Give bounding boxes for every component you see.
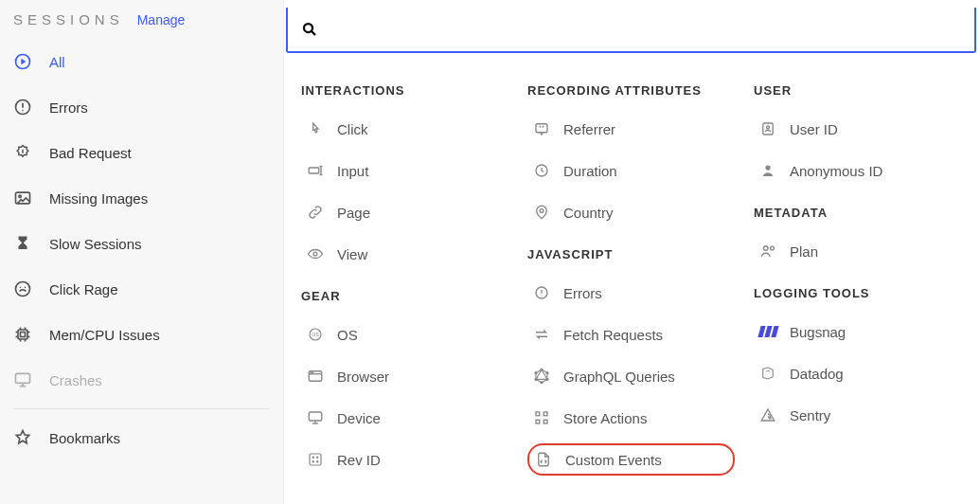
file-code-icon: [535, 451, 552, 468]
search-bar[interactable]: [286, 8, 976, 53]
badge-alert-icon: [13, 143, 32, 162]
sidebar-item-missing-images[interactable]: Missing Images: [0, 175, 283, 221]
sidebar-item-crashes[interactable]: Crashes: [0, 357, 283, 403]
option-datadog[interactable]: Datadog: [754, 357, 961, 389]
svg-point-35: [311, 372, 312, 373]
sidebar-item-label: Crashes: [49, 372, 102, 388]
option-custom-events[interactable]: Custom Events: [527, 443, 735, 476]
svg-point-52: [546, 372, 548, 374]
option-user-id[interactable]: User ID: [754, 113, 961, 145]
svg-point-30: [313, 252, 317, 256]
sentry-icon: [759, 406, 776, 423]
option-label: Referrer: [563, 121, 615, 137]
svg-rect-40: [310, 454, 321, 465]
option-label: Browser: [337, 369, 389, 385]
location-icon: [533, 204, 550, 221]
sidebar-item-label: Bad Request: [49, 145, 132, 161]
svg-point-24: [304, 24, 312, 32]
sidebar-item-label: Click Rage: [49, 281, 118, 297]
option-graphql[interactable]: GraphQL Queries: [527, 360, 735, 392]
pointer-icon: [307, 120, 324, 137]
option-click[interactable]: Click: [301, 113, 508, 145]
sidebar-item-click-rage[interactable]: Click Rage: [0, 266, 283, 312]
sidebar-title: SESSIONS: [13, 11, 124, 27]
svg-point-5: [22, 154, 23, 155]
sidebar-item-mem-cpu[interactable]: Mem/CPU Issues: [0, 312, 283, 357]
svg-rect-26: [309, 168, 319, 173]
group-title-javascript: JAVASCRIPT: [527, 243, 735, 267]
sidebar-item-bookmarks[interactable]: Bookmarks: [0, 415, 283, 460]
main-panel: INTERACTIONS Click Input: [284, 0, 980, 504]
search-icon: [301, 21, 318, 38]
search-input[interactable]: [331, 8, 961, 51]
svg-point-53: [546, 378, 548, 380]
image-icon: [13, 189, 32, 207]
group-title-user: USER: [754, 80, 961, 103]
option-sentry[interactable]: Sentry: [754, 399, 961, 431]
option-label: GraphQL Queries: [563, 369, 675, 385]
option-label: Plan: [790, 243, 818, 260]
graphql-icon: [533, 368, 550, 385]
os-icon: OS: [307, 326, 324, 343]
svg-point-9: [20, 287, 22, 289]
monitor-x-icon: [13, 370, 32, 389]
svg-rect-57: [536, 412, 540, 416]
group-title-gear: GEAR: [301, 285, 508, 309]
option-page[interactable]: Page: [301, 196, 508, 228]
svg-rect-37: [309, 412, 322, 421]
alert-circle-icon: [13, 98, 32, 117]
id-card-icon: [759, 120, 776, 137]
option-os[interactable]: OS OS: [301, 318, 508, 351]
svg-line-25: [312, 31, 315, 35]
option-rev-id[interactable]: Rev ID: [301, 443, 508, 476]
star-icon: [13, 428, 32, 447]
datadog-icon: [759, 365, 776, 382]
svg-rect-21: [16, 373, 30, 383]
option-label: Page: [337, 205, 370, 221]
option-country[interactable]: Country: [527, 196, 735, 228]
browser-icon: [307, 368, 324, 385]
divider: [13, 408, 270, 409]
option-duration[interactable]: Duration: [527, 154, 735, 187]
option-bugsnag[interactable]: Bugsnag: [754, 315, 961, 348]
option-input[interactable]: Input: [301, 154, 508, 187]
svg-point-7: [19, 195, 21, 198]
sidebar-item-slow-sessions[interactable]: Slow Sessions: [0, 221, 283, 266]
search-suggestions: INTERACTIONS Click Input: [286, 57, 976, 504]
user-icon: [759, 162, 776, 179]
option-store-actions[interactable]: Store Actions: [527, 402, 735, 434]
option-js-errors[interactable]: Errors: [527, 277, 735, 309]
swap-icon: [533, 326, 550, 343]
option-referrer[interactable]: Referrer: [527, 113, 735, 145]
option-anonymous-id[interactable]: Anonymous ID: [754, 154, 961, 187]
option-device[interactable]: Device: [301, 402, 508, 434]
svg-point-63: [765, 165, 770, 170]
svg-point-44: [317, 461, 318, 462]
sidebar-item-errors[interactable]: Errors: [0, 84, 283, 130]
option-view[interactable]: View: [301, 238, 508, 270]
sidebar-item-bad-request[interactable]: Bad Request: [0, 130, 283, 175]
svg-point-65: [771, 246, 775, 250]
option-label: Device: [337, 410, 381, 426]
sidebar: SESSIONS Manage All Errors Bad Request: [0, 0, 284, 504]
svg-point-56: [535, 372, 537, 374]
hash-box-icon: [307, 451, 324, 468]
grid-icon: [533, 409, 550, 426]
hourglass-icon: [13, 234, 32, 253]
option-plan[interactable]: Plan: [754, 235, 961, 267]
sidebar-item-all[interactable]: All: [0, 39, 283, 84]
group-title-metadata: METADATA: [754, 202, 961, 225]
svg-rect-12: [21, 333, 26, 337]
manage-link[interactable]: Manage: [137, 12, 186, 27]
svg-point-42: [317, 457, 318, 458]
option-label: Datadog: [790, 366, 844, 382]
svg-point-43: [312, 461, 313, 462]
play-circle-icon: [13, 52, 32, 71]
clock-icon: [533, 162, 550, 179]
option-fetch[interactable]: Fetch Requests: [527, 318, 735, 351]
option-label: Click: [337, 121, 368, 137]
option-label: Errors: [563, 285, 602, 301]
option-browser[interactable]: Browser: [301, 360, 508, 392]
angry-face-icon: [13, 279, 32, 298]
link-icon: [307, 204, 324, 221]
